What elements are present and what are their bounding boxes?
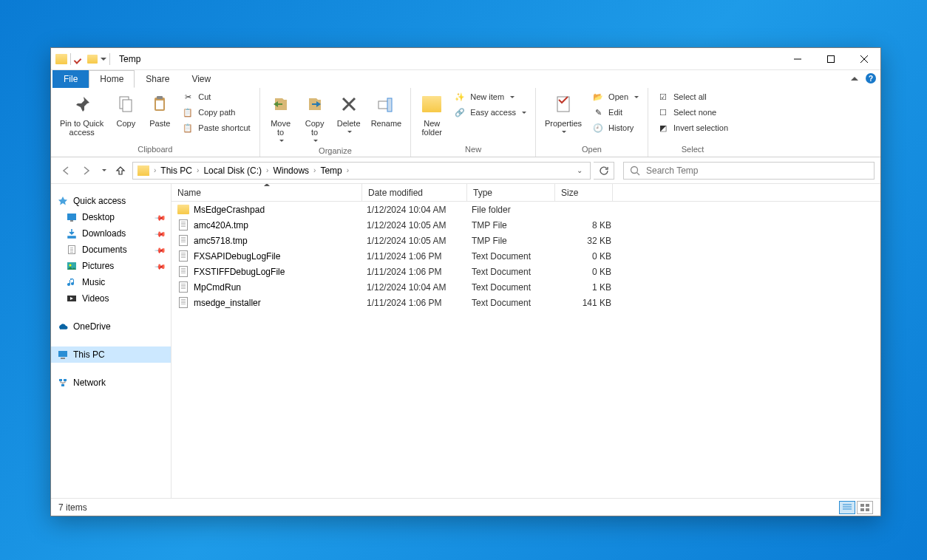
file-row[interactable]: amc5718.tmp1/12/2024 10:05 AMTMP File32 … — [172, 233, 880, 248]
sidebar-music[interactable]: Music — [51, 274, 171, 290]
search-box[interactable] — [623, 162, 875, 180]
file-type: TMP File — [472, 236, 560, 246]
new-item-button[interactable]: ✨New item — [449, 89, 531, 104]
sidebar-downloads[interactable]: Downloads📌 — [51, 225, 171, 242]
file-icon — [177, 235, 189, 247]
file-type: File folder — [472, 205, 560, 215]
breadcrumb-sep-icon[interactable]: › — [312, 166, 317, 174]
ribbon-tabs: File Home Share View ? — [51, 70, 880, 88]
svg-rect-8 — [156, 100, 163, 109]
qat-customize-icon[interactable] — [101, 58, 106, 61]
file-row[interactable]: msedge_installer1/11/2024 1:06 PMText Do… — [172, 295, 880, 310]
svg-rect-24 — [64, 379, 67, 381]
up-button[interactable] — [112, 162, 129, 180]
breadcrumb-local-disk[interactable]: Local Disk (C:) — [200, 164, 265, 177]
properties-qat-icon[interactable] — [74, 54, 84, 64]
search-input[interactable] — [646, 165, 868, 176]
copy-button[interactable]: Copy — [109, 89, 142, 131]
column-header-name[interactable]: Name — [172, 184, 362, 201]
file-size: 8 KB — [560, 220, 611, 231]
tab-share[interactable]: Share — [135, 70, 180, 88]
file-row[interactable]: amc420A.tmp1/12/2024 10:05 AMTMP File8 K… — [172, 217, 880, 233]
sidebar-quick-access[interactable]: Quick access — [51, 193, 171, 209]
properties-icon — [551, 92, 575, 116]
minimize-button[interactable] — [781, 48, 814, 70]
rename-button[interactable]: Rename — [367, 89, 407, 131]
paste-shortcut-button[interactable]: 📋Paste shortcut — [177, 120, 254, 135]
close-button[interactable] — [847, 48, 880, 70]
move-to-button[interactable]: Move to — [265, 89, 297, 145]
collapse-ribbon-icon[interactable] — [851, 77, 858, 81]
pin-to-quick-access-button[interactable]: Pin to Quick access — [55, 89, 108, 140]
delete-icon — [337, 92, 361, 116]
copy-path-button[interactable]: 📋Copy path — [177, 105, 254, 120]
breadcrumb-dropdown-button[interactable]: ⌄ — [571, 166, 588, 174]
edit-button[interactable]: ✎Edit — [588, 105, 643, 120]
sidebar-network[interactable]: Network — [51, 375, 171, 391]
select-none-button[interactable]: ☐Select none — [653, 105, 733, 120]
sidebar-onedrive[interactable]: OneDrive — [51, 318, 171, 335]
back-button[interactable] — [57, 162, 75, 180]
forward-arrow-icon — [81, 165, 92, 176]
sidebar-this-pc[interactable]: This PC — [51, 346, 171, 363]
file-date: 1/11/2024 1:06 PM — [367, 267, 472, 277]
breadcrumb-sep-icon[interactable]: › — [265, 166, 270, 174]
breadcrumb-sep-icon[interactable]: › — [152, 166, 157, 174]
forward-button[interactable] — [78, 162, 95, 180]
help-icon[interactable]: ? — [866, 73, 876, 83]
history-button[interactable]: 🕘History — [588, 120, 643, 135]
refresh-button[interactable] — [594, 162, 614, 180]
cut-button[interactable]: ✂Cut — [177, 89, 254, 104]
column-header-date[interactable]: Date modified — [362, 184, 467, 201]
file-row[interactable]: MpCmdRun1/12/2024 10:04 AMText Document1… — [172, 279, 880, 295]
new-folder-button[interactable]: New folder — [415, 89, 448, 140]
file-name: amc5718.tmp — [194, 236, 367, 246]
file-icon — [177, 250, 189, 262]
sidebar-videos[interactable]: Videos — [51, 290, 171, 307]
column-header-type[interactable]: Type — [467, 184, 555, 201]
easy-access-button[interactable]: 🔗Easy access — [449, 105, 531, 120]
tab-home[interactable]: Home — [89, 70, 135, 88]
paste-button[interactable]: Paste — [143, 89, 176, 131]
properties-button[interactable]: Properties — [540, 89, 586, 136]
maximize-button[interactable] — [814, 48, 847, 70]
sidebar-documents[interactable]: Documents📌 — [51, 242, 171, 258]
open-button[interactable]: 📂Open — [588, 89, 643, 104]
group-label-open: Open — [540, 143, 643, 157]
copy-to-button[interactable]: Copy to — [299, 89, 331, 145]
breadcrumb-sep-icon[interactable]: › — [195, 166, 200, 174]
file-row[interactable]: MsEdgeCrashpad1/12/2024 10:04 AMFile fol… — [172, 202, 880, 217]
breadcrumb-sep-icon[interactable]: › — [345, 166, 350, 174]
tab-file[interactable]: File — [52, 70, 89, 88]
select-all-button[interactable]: ☑Select all — [653, 89, 733, 104]
file-row[interactable]: FXSTIFFDebugLogFile1/11/2024 1:06 PMText… — [172, 264, 880, 279]
pin-icon: 📌 — [154, 211, 166, 223]
details-view-button[interactable] — [839, 501, 855, 514]
large-icons-view-button[interactable] — [857, 501, 873, 514]
navigation-pane: Quick access Desktop📌 Downloads📌 Documen… — [51, 184, 172, 498]
invert-selection-button[interactable]: ◩Invert selection — [653, 120, 733, 135]
column-header-size[interactable]: Size — [555, 184, 613, 201]
breadcrumb-temp[interactable]: Temp — [317, 164, 344, 177]
paste-label: Paste — [149, 119, 170, 128]
close-icon — [860, 55, 868, 63]
qat-separator — [109, 53, 110, 65]
breadcrumb-this-pc[interactable]: This PC — [157, 164, 195, 177]
tab-view[interactable]: View — [180, 70, 222, 88]
downloads-icon — [66, 228, 78, 239]
sidebar-pictures[interactable]: Pictures📌 — [51, 258, 171, 274]
file-list-pane: Name Date modified Type Size MsEdgeCrash… — [172, 184, 880, 498]
file-row[interactable]: FXSAPIDebugLogFile1/11/2024 1:06 PMText … — [172, 248, 880, 264]
recent-locations-button[interactable] — [98, 162, 109, 180]
file-icon — [177, 219, 189, 231]
breadcrumb[interactable]: › This PC › Local Disk (C:) › Windows › … — [132, 162, 591, 180]
svg-rect-32 — [866, 508, 869, 511]
breadcrumb-windows[interactable]: Windows — [270, 164, 312, 177]
file-type: Text Document — [472, 251, 560, 262]
group-label-new: New — [415, 143, 531, 157]
new-folder-qat-icon[interactable] — [87, 55, 98, 64]
sidebar-desktop[interactable]: Desktop📌 — [51, 209, 171, 225]
delete-button[interactable]: Delete — [333, 89, 365, 136]
search-icon — [630, 165, 640, 176]
file-list[interactable]: MsEdgeCrashpad1/12/2024 10:04 AMFile fol… — [172, 202, 880, 498]
